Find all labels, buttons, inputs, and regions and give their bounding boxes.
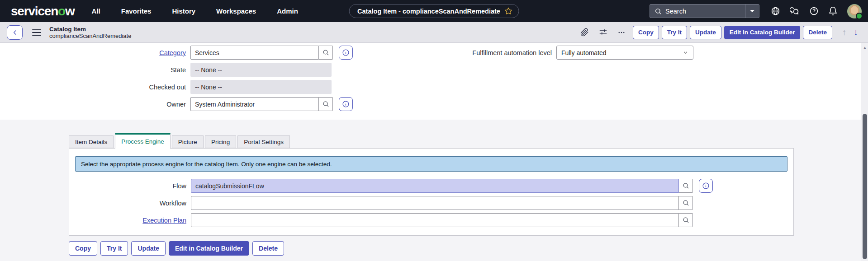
chevron-down-icon: [749, 9, 755, 13]
update-button[interactable]: Update: [690, 26, 721, 39]
record-toolbar: Catalog Item complianceScanAndRemediate …: [0, 22, 868, 43]
footer-try-it-button[interactable]: Try It: [100, 241, 128, 256]
checked-out-readonly-field: -- None --: [190, 80, 332, 94]
search-input[interactable]: [665, 8, 724, 15]
more-options-ellipsis-icon[interactable]: [617, 28, 626, 37]
copy-button[interactable]: Copy: [633, 26, 659, 39]
flow-input[interactable]: [191, 179, 679, 193]
edit-in-catalog-builder-button[interactable]: Edit in Catalog Builder: [724, 26, 801, 39]
workflow-lookup-icon[interactable]: [679, 196, 693, 210]
nav-admin[interactable]: Admin: [277, 7, 298, 15]
workflow-field-row: Workflow: [69, 196, 693, 210]
tab-portal-settings[interactable]: Portal Settings: [237, 135, 290, 148]
execution-plan-lookup-icon[interactable]: [679, 213, 693, 227]
flow-info-icon[interactable]: [699, 179, 713, 193]
search-icon: [655, 8, 662, 15]
top-nav: servicenow All Favorites History Workspa…: [0, 0, 868, 22]
footer-delete-button[interactable]: Delete: [252, 241, 284, 256]
scrollbar-thumb[interactable]: [863, 114, 867, 259]
global-search: [650, 4, 759, 18]
fulfillment-select[interactable]: Fully automated: [556, 46, 693, 60]
vertical-scrollbar[interactable]: ▲: [861, 43, 868, 261]
primary-nav: All Favorites History Workspaces Admin: [92, 7, 298, 15]
attachment-paperclip-icon[interactable]: [580, 28, 589, 37]
personalize-form-sliders-icon[interactable]: [599, 28, 607, 37]
flow-field-row: Flow: [69, 179, 713, 193]
footer-edit-in-catalog-builder-button[interactable]: Edit in Catalog Builder: [169, 241, 249, 256]
process-engine-panel: Select the appropriate process engine fo…: [69, 148, 794, 236]
tab-process-engine[interactable]: Process Engine: [115, 133, 171, 149]
logo-text: servicen: [11, 4, 58, 18]
scrollbar-up-arrow-icon[interactable]: ▲: [861, 46, 868, 50]
next-record-arrow-icon[interactable]: ↓: [850, 28, 862, 37]
logo-text-end: w: [65, 4, 75, 18]
flow-label: Flow: [69, 182, 191, 190]
category-label: Category: [0, 49, 190, 56]
state-field-row: State -- None --: [0, 63, 332, 77]
form-context-menu-icon[interactable]: [32, 29, 41, 36]
footer-action-buttons: Copy Try It Update Edit in Catalog Build…: [69, 241, 287, 256]
globe-icon[interactable]: [771, 6, 780, 16]
try-it-button[interactable]: Try It: [662, 26, 687, 39]
owner-label: Owner: [0, 101, 190, 108]
tab-item-details[interactable]: Item Details: [69, 135, 114, 148]
footer-update-button[interactable]: Update: [131, 241, 165, 256]
section-tabs: Item Details Process Engine Picture Pric…: [69, 133, 290, 148]
tab-pricing[interactable]: Pricing: [205, 135, 236, 148]
flow-lookup-icon[interactable]: [679, 179, 693, 193]
execution-plan-label: Execution Plan: [69, 217, 191, 224]
record-title-type: Catalog Item: [49, 26, 131, 33]
tab-picture[interactable]: Picture: [172, 135, 204, 148]
execution-plan-label-link[interactable]: Execution Plan: [142, 217, 186, 224]
checked-out-field-row: Checked out -- None --: [0, 80, 332, 94]
topnav-right-cluster: [650, 0, 862, 22]
nav-workspaces[interactable]: Workspaces: [216, 7, 256, 15]
chevron-left-icon: [11, 29, 19, 36]
user-avatar[interactable]: [847, 4, 862, 19]
favorite-star-icon[interactable]: [505, 7, 512, 15]
category-input[interactable]: [190, 46, 319, 60]
workflow-input[interactable]: [191, 196, 679, 210]
servicenow-logo[interactable]: servicenow: [11, 4, 75, 19]
notifications-bell-icon[interactable]: [828, 6, 838, 16]
select-chevron-down-icon: [683, 51, 688, 55]
logo-green-o: o: [58, 4, 65, 18]
nav-favorites[interactable]: Favorites: [121, 7, 152, 15]
owner-lookup-icon[interactable]: [319, 97, 333, 111]
state-label: State: [0, 66, 190, 74]
execution-plan-input[interactable]: [191, 213, 679, 227]
workflow-label: Workflow: [69, 200, 191, 207]
context-pill-label: Catalog Item - complianceScanAndRemediat…: [357, 8, 500, 15]
category-label-link[interactable]: Category: [159, 49, 186, 56]
nav-all[interactable]: All: [92, 7, 100, 15]
toolbar-actions: Copy Try It Update Edit in Catalog Build…: [580, 26, 862, 39]
owner-input[interactable]: [190, 97, 319, 111]
global-search-field[interactable]: [650, 5, 745, 18]
owner-field-row: Owner: [0, 97, 353, 111]
tabbed-section: Item Details Process Engine Picture Pric…: [0, 120, 861, 261]
help-icon[interactable]: [809, 6, 819, 16]
execution-plan-field-row: Execution Plan: [69, 213, 693, 227]
delete-button[interactable]: Delete: [803, 26, 832, 39]
fulfillment-label: Fulfillment automation level: [452, 49, 556, 56]
category-info-icon[interactable]: [339, 46, 353, 60]
category-lookup-icon[interactable]: [319, 46, 333, 60]
record-title: Catalog Item complianceScanAndRemediate: [49, 26, 131, 39]
owner-info-icon[interactable]: [339, 97, 353, 111]
chat-icon[interactable]: [790, 6, 800, 16]
catalog-item-form: Category State -- None -- Checked out --…: [0, 43, 861, 120]
footer-copy-button[interactable]: Copy: [69, 241, 97, 256]
state-readonly-field: -- None --: [190, 63, 332, 77]
previous-record-arrow-icon[interactable]: ↑: [839, 28, 850, 37]
context-pill[interactable]: Catalog Item - complianceScanAndRemediat…: [349, 4, 519, 18]
fulfillment-selected-value: Fully automated: [561, 49, 607, 56]
nav-history[interactable]: History: [172, 7, 195, 15]
record-title-name: complianceScanAndRemediate: [49, 33, 131, 39]
process-engine-info-message: Select the appropriate process engine fo…: [75, 156, 787, 172]
search-scope-dropdown[interactable]: [745, 5, 759, 18]
fulfillment-field-row: Fulfillment automation level Fully autom…: [452, 46, 693, 60]
category-field-row: Category: [0, 46, 353, 60]
checked-out-label: Checked out: [0, 84, 190, 91]
back-button[interactable]: [7, 25, 23, 40]
